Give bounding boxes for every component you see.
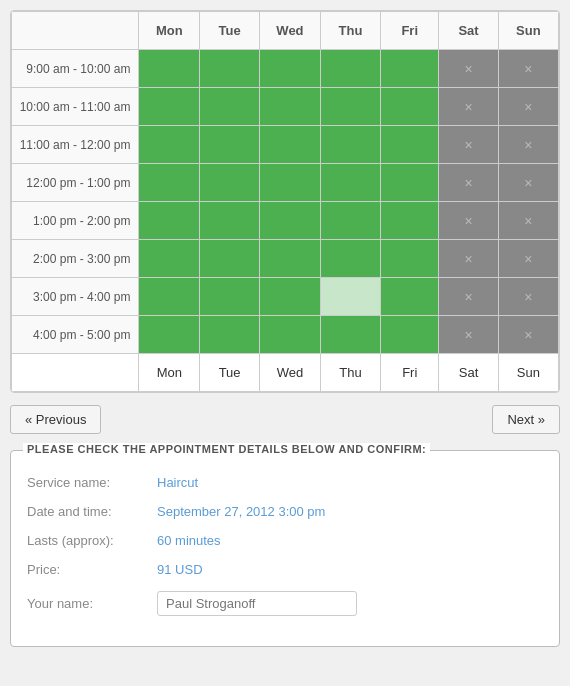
- calendar-header-row: Mon Tue Wed Thu Fri Sat Sun: [12, 12, 559, 50]
- header-tue: Tue: [200, 12, 260, 50]
- cell-wed-0[interactable]: [259, 50, 320, 88]
- cell-tue-1[interactable]: [200, 88, 260, 126]
- cell-thu-1[interactable]: [320, 88, 380, 126]
- calendar-row: 2:00 pm - 3:00 pm××: [12, 240, 559, 278]
- calendar-row: 11:00 am - 12:00 pm××: [12, 126, 559, 164]
- cell-mon-4[interactable]: [139, 202, 200, 240]
- calendar-row: 3:00 pm - 4:00 pm××: [12, 278, 559, 316]
- time-label: 12:00 pm - 1:00 pm: [12, 164, 139, 202]
- cell-thu-2[interactable]: [320, 126, 380, 164]
- cell-thu-7[interactable]: [320, 316, 380, 354]
- footer-sat: Sat: [439, 354, 498, 392]
- cell-sun-4: ×: [498, 202, 558, 240]
- cell-wed-6[interactable]: [259, 278, 320, 316]
- cell-fri-2[interactable]: [381, 126, 439, 164]
- cell-sat-2: ×: [439, 126, 498, 164]
- cell-tue-4[interactable]: [200, 202, 260, 240]
- cell-fri-4[interactable]: [381, 202, 439, 240]
- header-wed: Wed: [259, 12, 320, 50]
- cell-mon-2[interactable]: [139, 126, 200, 164]
- cell-thu-3[interactable]: [320, 164, 380, 202]
- time-label: 10:00 am - 11:00 am: [12, 88, 139, 126]
- cell-wed-1[interactable]: [259, 88, 320, 126]
- cell-sat-4: ×: [439, 202, 498, 240]
- cell-thu-5[interactable]: [320, 240, 380, 278]
- calendar-row: 9:00 am - 10:00 am××: [12, 50, 559, 88]
- price-value: 91 USD: [157, 562, 203, 577]
- time-label: 1:00 pm - 2:00 pm: [12, 202, 139, 240]
- calendar-footer-row: Mon Tue Wed Thu Fri Sat Sun: [12, 354, 559, 392]
- your-name-row: Your name:: [27, 591, 543, 616]
- date-time-value: September 27, 2012 3:00 pm: [157, 504, 325, 519]
- calendar-container: Mon Tue Wed Thu Fri Sat Sun 9:00 am - 10…: [10, 10, 560, 393]
- cell-thu-0[interactable]: [320, 50, 380, 88]
- cell-mon-0[interactable]: [139, 50, 200, 88]
- cell-wed-7[interactable]: [259, 316, 320, 354]
- header-sun: Sun: [498, 12, 558, 50]
- cell-tue-5[interactable]: [200, 240, 260, 278]
- time-label: 3:00 pm - 4:00 pm: [12, 278, 139, 316]
- cell-tue-3[interactable]: [200, 164, 260, 202]
- cell-sun-3: ×: [498, 164, 558, 202]
- cell-sun-5: ×: [498, 240, 558, 278]
- cell-wed-4[interactable]: [259, 202, 320, 240]
- cell-fri-7[interactable]: [381, 316, 439, 354]
- cell-wed-3[interactable]: [259, 164, 320, 202]
- cell-tue-2[interactable]: [200, 126, 260, 164]
- cell-wed-2[interactable]: [259, 126, 320, 164]
- time-label: 4:00 pm - 5:00 pm: [12, 316, 139, 354]
- cell-fri-3[interactable]: [381, 164, 439, 202]
- cell-tue-0[interactable]: [200, 50, 260, 88]
- header-sat: Sat: [439, 12, 498, 50]
- cell-sat-5: ×: [439, 240, 498, 278]
- cell-thu-4[interactable]: [320, 202, 380, 240]
- cell-sat-6: ×: [439, 278, 498, 316]
- cell-thu-6[interactable]: [320, 278, 380, 316]
- cell-fri-5[interactable]: [381, 240, 439, 278]
- price-label: Price:: [27, 562, 157, 577]
- footer-thu: Thu: [320, 354, 380, 392]
- header-mon: Mon: [139, 12, 200, 50]
- cell-wed-5[interactable]: [259, 240, 320, 278]
- cell-mon-6[interactable]: [139, 278, 200, 316]
- navigation-buttons: « Previous Next »: [10, 405, 560, 434]
- cell-sat-7: ×: [439, 316, 498, 354]
- your-name-label: Your name:: [27, 596, 157, 611]
- date-time-label: Date and time:: [27, 504, 157, 519]
- cell-sun-0: ×: [498, 50, 558, 88]
- lasts-value: 60 minutes: [157, 533, 221, 548]
- footer-tue: Tue: [200, 354, 260, 392]
- cell-fri-6[interactable]: [381, 278, 439, 316]
- cell-sun-7: ×: [498, 316, 558, 354]
- time-label: 2:00 pm - 3:00 pm: [12, 240, 139, 278]
- time-label: 11:00 am - 12:00 pm: [12, 126, 139, 164]
- calendar-row: 4:00 pm - 5:00 pm××: [12, 316, 559, 354]
- calendar-row: 1:00 pm - 2:00 pm××: [12, 202, 559, 240]
- cell-tue-7[interactable]: [200, 316, 260, 354]
- calendar-row: 10:00 am - 11:00 am××: [12, 88, 559, 126]
- cell-fri-1[interactable]: [381, 88, 439, 126]
- footer-mon: Mon: [139, 354, 200, 392]
- cell-sun-1: ×: [498, 88, 558, 126]
- your-name-input[interactable]: [157, 591, 357, 616]
- time-label: 9:00 am - 10:00 am: [12, 50, 139, 88]
- calendar-row: 12:00 pm - 1:00 pm××: [12, 164, 559, 202]
- lasts-row: Lasts (approx): 60 minutes: [27, 533, 543, 548]
- header-fri: Fri: [381, 12, 439, 50]
- cell-mon-7[interactable]: [139, 316, 200, 354]
- cell-mon-3[interactable]: [139, 164, 200, 202]
- cell-mon-1[interactable]: [139, 88, 200, 126]
- cell-fri-0[interactable]: [381, 50, 439, 88]
- confirm-title: PLEASE CHECK THE APPOINTMENT DETAILS BEL…: [23, 443, 430, 455]
- cell-sun-2: ×: [498, 126, 558, 164]
- footer-empty: [12, 354, 139, 392]
- cell-mon-5[interactable]: [139, 240, 200, 278]
- previous-button[interactable]: « Previous: [10, 405, 101, 434]
- cell-sat-3: ×: [439, 164, 498, 202]
- next-button[interactable]: Next »: [492, 405, 560, 434]
- service-name-value: Haircut: [157, 475, 198, 490]
- footer-fri: Fri: [381, 354, 439, 392]
- header-empty: [12, 12, 139, 50]
- cell-tue-6[interactable]: [200, 278, 260, 316]
- date-time-row: Date and time: September 27, 2012 3:00 p…: [27, 504, 543, 519]
